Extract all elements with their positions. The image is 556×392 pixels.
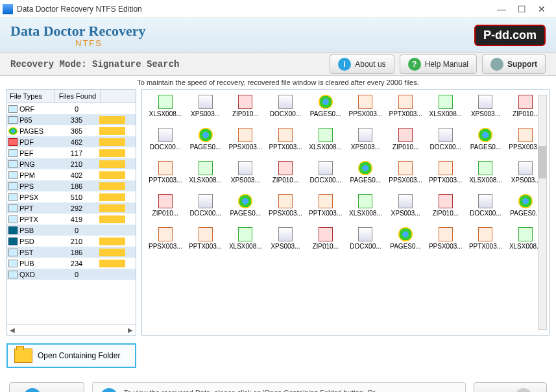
file-item[interactable]: XPS003... — [227, 161, 263, 184]
file-item[interactable]: PPTX003... — [428, 161, 464, 184]
file-item[interactable]: PAGES0... — [387, 227, 424, 250]
file-item[interactable]: ZIP010... — [428, 194, 464, 217]
file-item[interactable]: PPSX003... — [387, 161, 424, 184]
col-files-found[interactable]: Files Found — [55, 90, 101, 103]
file-item[interactable]: XLSX008... — [147, 95, 184, 117]
vertical-scrollbar[interactable] — [538, 95, 547, 330]
file-item[interactable]: DOCX00... — [147, 128, 184, 151]
file-icon — [439, 227, 453, 241]
file-item[interactable]: XPS003... — [348, 128, 384, 151]
file-item[interactable]: DOCX00... — [348, 227, 384, 250]
file-type-row-png[interactable]: PNG210 — [7, 158, 136, 169]
file-item[interactable]: PPSX003... — [428, 227, 464, 250]
file-item[interactable]: ZIP010... — [147, 194, 184, 217]
file-type-row-pages[interactable]: PAGES365 — [7, 125, 136, 136]
file-item[interactable]: ZIP010... — [308, 227, 344, 250]
file-item[interactable]: PAGES0... — [227, 194, 263, 217]
help-icon: ? — [408, 58, 421, 71]
file-name: ZIP010... — [428, 210, 464, 217]
file-type-row-pptx[interactable]: PPTX419 — [7, 214, 136, 225]
file-item[interactable]: PAGES0... — [468, 128, 504, 151]
file-item[interactable]: ZIP010... — [267, 161, 304, 184]
about-us-button[interactable]: i About us — [330, 55, 394, 74]
file-item[interactable]: XPS003... — [267, 227, 304, 250]
file-item[interactable]: XPS003... — [387, 194, 424, 217]
scrollbar-thumb[interactable] — [538, 146, 546, 178]
file-item[interactable]: XLSX008... — [308, 128, 344, 151]
file-type-row-p65[interactable]: P65335 — [7, 114, 136, 125]
file-type-row-pst[interactable]: PST186 — [7, 247, 136, 258]
file-type-row-orf[interactable]: ORF0 — [7, 103, 136, 114]
count-bar — [99, 138, 125, 146]
file-name: XPS003... — [387, 210, 424, 217]
file-types-list[interactable]: ORF0P65335PAGES365PDF462PEF117PNG210PPM4… — [7, 103, 136, 325]
file-item[interactable]: XPS003... — [468, 95, 504, 117]
file-name: XPS003... — [267, 243, 304, 250]
file-count: 210 — [56, 238, 97, 245]
file-item[interactable]: PPTX003... — [468, 227, 504, 250]
next-button[interactable]: Next ▶ — [474, 382, 547, 392]
file-count: 419 — [56, 215, 97, 223]
file-item[interactable]: PAGES0... — [308, 95, 344, 117]
file-item[interactable]: DOCX00... — [468, 194, 504, 217]
count-bar — [99, 171, 125, 179]
recovery-mode-label: Recovery Mode: Signature Search — [10, 59, 324, 69]
maximize-button[interactable]: ☐ — [518, 4, 526, 14]
file-item[interactable]: XLSX008... — [187, 161, 224, 184]
file-item[interactable]: XLSX008... — [227, 227, 263, 250]
file-item[interactable]: PPSX003... — [267, 194, 304, 217]
file-type-row-pef[interactable]: PEF117 — [7, 147, 136, 158]
horizontal-scrollbar[interactable]: ◀▶ — [7, 325, 136, 335]
file-count: 117 — [56, 149, 97, 157]
file-name: PPSX003... — [267, 210, 304, 217]
file-item[interactable]: PAGES0... — [187, 128, 224, 151]
open-containing-folder-button[interactable]: Open Containing Folder — [6, 343, 136, 368]
file-name: ZIP010... — [267, 177, 304, 184]
file-type-row-psb[interactable]: PSB0 — [7, 225, 136, 236]
file-item[interactable]: PPTX003... — [308, 194, 344, 217]
file-count: 210 — [56, 160, 97, 168]
help-manual-button[interactable]: ? Help Manual — [400, 55, 477, 74]
file-type-row-pps[interactable]: PPS186 — [7, 180, 136, 191]
file-item[interactable]: XLSX008... — [428, 95, 464, 117]
file-item[interactable]: PPTX003... — [267, 128, 304, 151]
file-type-row-pdf[interactable]: PDF462 — [7, 136, 136, 147]
file-item[interactable]: PAGES0... — [348, 161, 384, 184]
file-item[interactable]: PPSX003... — [348, 95, 384, 117]
file-icon — [319, 128, 333, 142]
close-button[interactable]: ✕ — [538, 4, 546, 14]
count-bar — [99, 127, 125, 135]
support-button[interactable]: Support — [482, 55, 546, 74]
minimize-button[interactable]: — — [497, 4, 506, 14]
file-item[interactable]: PPSX003... — [227, 128, 263, 151]
file-item[interactable]: PPTX003... — [147, 161, 184, 184]
file-count: 402 — [56, 171, 97, 179]
file-item[interactable]: DOCX00... — [187, 194, 224, 217]
file-grid[interactable]: XLSX008...XPS003...ZIP010...DOCX00...PAG… — [147, 95, 544, 260]
file-name: PAGES0... — [387, 243, 424, 250]
file-item[interactable]: PPTX003... — [387, 95, 424, 117]
file-item[interactable]: XLSX008... — [468, 161, 504, 184]
file-icon — [199, 161, 213, 175]
file-item[interactable]: ZIP010... — [227, 95, 263, 117]
file-type-row-ppsx[interactable]: PPSX510 — [7, 191, 136, 202]
file-item[interactable]: DOCX00... — [428, 128, 464, 151]
header: Data Doctor Recovery NTFS P-dd.com — [0, 18, 556, 53]
file-type-row-ppm[interactable]: PPM402 — [7, 169, 136, 180]
file-item[interactable]: PPSX003... — [147, 227, 184, 250]
file-item[interactable]: XLSX008... — [348, 194, 384, 217]
back-button[interactable]: ◀ Back — [9, 382, 84, 392]
col-file-types[interactable]: File Types — [7, 90, 55, 103]
file-type-row-ppt[interactable]: PPT292 — [7, 202, 136, 214]
file-item[interactable]: DOCX00... — [267, 95, 304, 117]
file-type-row-qxd[interactable]: QXD0 — [7, 269, 136, 280]
logo: P-dd.com — [474, 25, 546, 46]
file-item[interactable]: ZIP010... — [387, 128, 424, 151]
file-count: 510 — [56, 193, 97, 201]
file-type-row-psd[interactable]: PSD210 — [7, 236, 136, 247]
file-item[interactable]: DOCX00... — [308, 161, 344, 184]
file-type-row-pub[interactable]: PUB234 — [7, 258, 136, 269]
file-item[interactable]: PPTX003... — [187, 227, 224, 250]
file-icon — [478, 128, 492, 142]
file-item[interactable]: XPS003... — [187, 95, 224, 117]
